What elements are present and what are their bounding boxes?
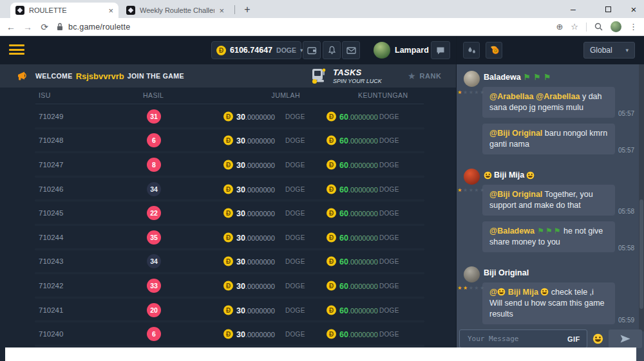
balance-selector[interactable]: Ð 6106.74647 DOGE ▾ xyxy=(211,41,301,59)
chat-user-name[interactable]: Biji Mija xyxy=(484,171,636,180)
bet-amount-dec: .0000000 xyxy=(245,258,275,266)
profit-amount-dec: .0000000 xyxy=(348,113,378,121)
tasks-title: TASKS xyxy=(333,68,382,77)
bet-amount: 30.0000000 xyxy=(236,183,275,195)
user-mention[interactable]: @Arabellaa xyxy=(489,92,533,101)
window-maximize-button[interactable] xyxy=(595,0,621,18)
user-mention[interactable]: @ xyxy=(489,288,497,297)
tab-close-icon[interactable]: × xyxy=(108,6,113,15)
user-mention[interactable]: @Baladewa xyxy=(489,227,536,236)
notifications-button[interactable] xyxy=(323,41,341,59)
avatar[interactable] xyxy=(464,169,480,185)
profit-amount: 60.0000000 xyxy=(339,328,378,340)
gif-button[interactable]: GIF xyxy=(567,335,580,343)
chat-input-bar: GIF xyxy=(459,329,638,348)
table-row[interactable]: 7102406Ð30.0000000DOGEÐ60.0000000DOGE xyxy=(0,322,456,346)
user-mention[interactable]: Biji Mija xyxy=(506,288,540,297)
user-mention[interactable]: @Biji Original xyxy=(489,190,542,199)
star-filled-icon: ★ xyxy=(463,285,469,291)
user-mention[interactable]: @Arabellaa xyxy=(536,92,580,101)
user-rating: ★★★★★ xyxy=(457,285,485,291)
bet-amount: 30.0000000 xyxy=(236,255,275,267)
bet-amount: 30.0000000 xyxy=(236,207,275,219)
send-button[interactable] xyxy=(609,329,642,348)
browser-window: ROULETTE × Weekly Roulette Challenge - W… xyxy=(0,0,644,361)
emoji-picker-button[interactable] xyxy=(592,333,603,344)
user-menu[interactable]: Lampard ▾ xyxy=(374,42,436,59)
forward-button[interactable]: → xyxy=(19,22,36,32)
round-id: 710242 xyxy=(39,282,63,290)
currency-label: DOGE xyxy=(379,258,399,265)
result-badge: 22 xyxy=(147,206,161,220)
green-flag-icon: ⚑ xyxy=(544,73,551,82)
browser-menu-icon[interactable]: ⋮ xyxy=(629,22,638,32)
chat-message: ★★★★★Baladewa ⚑⚑⚑@Arabellaa @Arabellaa y… xyxy=(460,71,636,160)
table-row[interactable]: 71024233Ð30.0000000DOGEÐ60.0000000DOGE xyxy=(0,273,456,298)
welcome-message: WELCOME Rsjsbvvrvrb JOIN THE GAME xyxy=(35,64,184,88)
chat-toggle-button[interactable] xyxy=(431,41,450,59)
address-bar[interactable]: bc.game/roulette xyxy=(57,23,130,32)
chat-username: Biji Mija xyxy=(494,171,524,180)
table-row[interactable]: 71024334Ð30.0000000DOGEÐ60.0000000DOGE xyxy=(0,250,456,274)
table-row[interactable]: 71024435Ð30.0000000DOGEÐ60.0000000DOGE xyxy=(0,225,456,250)
currency-label: DOGE xyxy=(285,185,305,192)
currency-label: DOGE xyxy=(379,282,399,289)
hamburger-menu-icon[interactable] xyxy=(9,44,24,57)
profit-amount-int: 60 xyxy=(339,234,348,243)
column-header-keuntungan: KEUNTUNGAN xyxy=(358,91,408,99)
rain-button[interactable] xyxy=(463,42,480,59)
profit-amount-dec: .0000000 xyxy=(348,162,378,169)
bet-amount-int: 30 xyxy=(236,161,245,170)
scrollbar-thumb[interactable] xyxy=(639,199,643,309)
avatar[interactable] xyxy=(374,42,390,59)
bet-amount-dec: .0000000 xyxy=(245,186,275,194)
tab-close-icon[interactable]: × xyxy=(219,6,224,15)
chat-user-name[interactable]: Biji Original xyxy=(484,268,636,277)
message-content: Biji Mija @Biji Original Together, you s… xyxy=(482,169,636,258)
new-tab-button[interactable]: + xyxy=(240,3,255,18)
table-row[interactable]: 71024634Ð30.0000000DOGEÐ60.0000000DOGE xyxy=(0,177,456,201)
table-row[interactable]: 71024120Ð30.0000000DOGEÐ60.0000000DOGE xyxy=(0,298,456,322)
bet-amount-dec: .0000000 xyxy=(245,234,275,242)
table-row[interactable]: 71024522Ð30.0000000DOGEÐ60.0000000DOGE xyxy=(0,201,456,225)
profit-amount-dec: .0000000 xyxy=(348,331,378,338)
bet-amount-dec: .0000000 xyxy=(245,331,275,338)
tasks-widget[interactable]: TASKS SPIN YOUR LUCK xyxy=(310,67,382,84)
wallet-icon xyxy=(307,46,317,55)
message-input-box[interactable]: GIF xyxy=(459,329,587,348)
table-row[interactable]: 7102486Ð30.0000000DOGEÐ60.0000000DOGE xyxy=(0,129,456,153)
avatar[interactable] xyxy=(464,266,480,282)
zoom-icon[interactable]: ⊕ xyxy=(556,22,563,32)
rank-widget[interactable]: ★ RANK xyxy=(408,64,441,88)
avatar[interactable] xyxy=(464,71,480,87)
search-icon[interactable] xyxy=(594,23,603,31)
message-input[interactable] xyxy=(466,334,564,344)
round-id: 710248 xyxy=(39,136,63,144)
back-button[interactable]: ← xyxy=(3,22,19,32)
chat-channel-selector[interactable]: Global ▾ xyxy=(583,42,635,59)
chat-message: ★★★★★Biji Original@ Biji Mija check tele… xyxy=(460,266,636,330)
wallet-button[interactable] xyxy=(303,41,321,59)
window-close-button[interactable]: × xyxy=(621,0,644,18)
mail-icon xyxy=(346,47,356,54)
table-row[interactable]: 71024931Ð30.0000000DOGEÐ60.0000000DOGE xyxy=(0,104,456,129)
browser-profile-avatar[interactable] xyxy=(611,21,621,32)
tab-roulette[interactable]: ROULETTE × xyxy=(10,3,118,18)
tab-weekly-challenge[interactable]: Weekly Roulette Challenge - Wi × xyxy=(121,3,229,18)
bookmark-star-icon[interactable]: ☆ xyxy=(571,22,578,32)
user-mention[interactable]: @Biji Original xyxy=(489,129,542,138)
chat-scrollbar[interactable] xyxy=(639,64,644,331)
chat-message: ★★★★★ Biji Mija @Biji Original Together,… xyxy=(460,169,636,258)
bet-amount-int: 30 xyxy=(236,282,245,291)
chat-user-name[interactable]: Baladewa ⚑⚑⚑ xyxy=(484,73,636,82)
round-id: 710241 xyxy=(39,306,63,314)
laughing-emoji-icon xyxy=(526,171,535,180)
user-rating: ★★★★★ xyxy=(457,187,485,193)
messages-button[interactable] xyxy=(342,41,360,59)
table-row[interactable]: 7102478Ð30.0000000DOGEÐ60.0000000DOGE xyxy=(0,153,456,177)
coin-drop-button[interactable] xyxy=(486,42,502,59)
reload-button[interactable]: ⟳ xyxy=(36,22,53,32)
result-badge: 33 xyxy=(147,279,161,293)
profit-amount: 60.0000000 xyxy=(339,207,378,219)
window-minimize-button[interactable]: – xyxy=(560,0,586,18)
